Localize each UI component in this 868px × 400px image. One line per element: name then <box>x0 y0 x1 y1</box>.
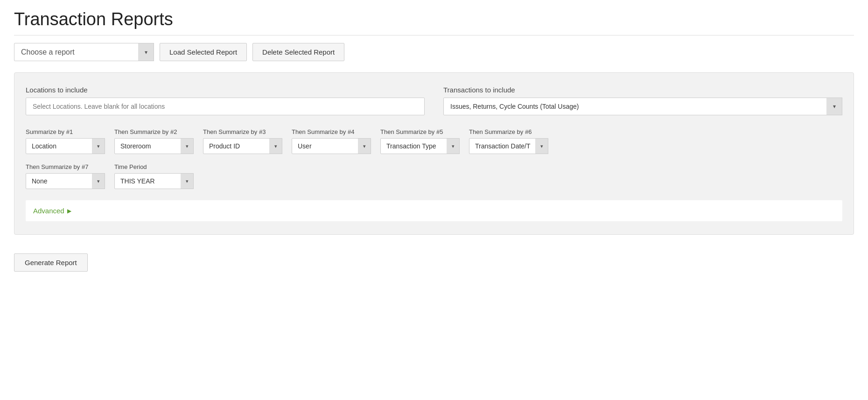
summarize-select-wrapper-4[interactable]: User▾ <box>292 138 371 154</box>
summarize-select-wrapper-5[interactable]: Transaction Type▾ <box>380 138 460 154</box>
summarize-label-6: Then Summarize by #6 <box>469 128 548 135</box>
summarize-group-6: Then Summarize by #6Transaction Date/T▾ <box>469 128 548 154</box>
transactions-select[interactable]: Issues, Returns, Cycle Counts (Total Usa… <box>443 98 842 115</box>
summarize-group-4: Then Summarize by #4User▾ <box>292 128 371 154</box>
summarize-row-2: Then Summarize by #7None▾Time PeriodTHIS… <box>26 163 842 189</box>
summarize-row2-label-2: Time Period <box>114 163 194 170</box>
summarize-row2-select-1[interactable]: None <box>26 173 105 189</box>
summarize-label-2: Then Summarize by #2 <box>114 128 194 135</box>
advanced-panel: Advanced ▶ <box>26 200 842 221</box>
top-fields-row: Locations to include Transactions to inc… <box>26 86 842 115</box>
choose-report-wrapper[interactable]: Choose a report ▾ <box>14 43 154 61</box>
summarize-select-wrapper-6[interactable]: Transaction Date/T▾ <box>469 138 548 154</box>
load-selected-report-button[interactable]: Load Selected Report <box>160 43 247 61</box>
summarize-select-6[interactable]: Transaction Date/T <box>469 138 548 154</box>
summarize-row2-select-wrapper-2[interactable]: THIS YEAR▾ <box>114 173 194 189</box>
summarize-row2-group-1: Then Summarize by #7None▾ <box>26 163 105 189</box>
advanced-toggle-button[interactable]: Advanced ▶ <box>33 207 71 215</box>
summarize-row2-select-wrapper-1[interactable]: None▾ <box>26 173 105 189</box>
summarize-label-5: Then Summarize by #5 <box>380 128 460 135</box>
summarize-group-1: Summarize by #1Location▾ <box>26 128 105 154</box>
summarize-select-wrapper-2[interactable]: Storeroom▾ <box>114 138 194 154</box>
transactions-select-wrapper[interactable]: Issues, Returns, Cycle Counts (Total Usa… <box>443 98 842 115</box>
summarize-select-2[interactable]: Storeroom <box>114 138 194 154</box>
summarize-group-5: Then Summarize by #5Transaction Type▾ <box>380 128 460 154</box>
choose-report-select[interactable]: Choose a report <box>14 43 154 61</box>
delete-selected-report-button[interactable]: Delete Selected Report <box>252 43 344 61</box>
toolbar: Choose a report ▾ Load Selected Report D… <box>14 43 854 61</box>
summarize-row2-group-2: Time PeriodTHIS YEAR▾ <box>114 163 194 189</box>
summarize-select-1[interactable]: Location <box>26 138 105 154</box>
summarize-group-3: Then Summarize by #3Product ID▾ <box>203 128 282 154</box>
summarize-row2-select-2[interactable]: THIS YEAR <box>114 173 194 189</box>
summarize-select-3[interactable]: Product ID <box>203 138 282 154</box>
transactions-label: Transactions to include <box>443 86 842 94</box>
summarize-select-5[interactable]: Transaction Type <box>380 138 460 154</box>
generate-report-button[interactable]: Generate Report <box>14 253 88 272</box>
summarize-label-4: Then Summarize by #4 <box>292 128 371 135</box>
transactions-field-group: Transactions to include Issues, Returns,… <box>443 86 842 115</box>
advanced-label: Advanced <box>33 207 64 215</box>
advanced-arrow-icon: ▶ <box>67 208 71 214</box>
summarize-select-wrapper-3[interactable]: Product ID▾ <box>203 138 282 154</box>
summarize-group-2: Then Summarize by #2Storeroom▾ <box>114 128 194 154</box>
summarize-label-1: Summarize by #1 <box>26 128 105 135</box>
page-title: Transaction Reports <box>14 9 854 35</box>
summarize-select-wrapper-1[interactable]: Location▾ <box>26 138 105 154</box>
summarize-select-4[interactable]: User <box>292 138 371 154</box>
locations-field-group: Locations to include <box>26 86 425 115</box>
summarize-row-1: Summarize by #1Location▾Then Summarize b… <box>26 128 842 154</box>
locations-label: Locations to include <box>26 86 425 94</box>
summarize-label-3: Then Summarize by #3 <box>203 128 282 135</box>
summarize-row2-label-1: Then Summarize by #7 <box>26 163 105 170</box>
locations-input[interactable] <box>26 98 425 115</box>
main-panel: Locations to include Transactions to inc… <box>14 72 854 235</box>
